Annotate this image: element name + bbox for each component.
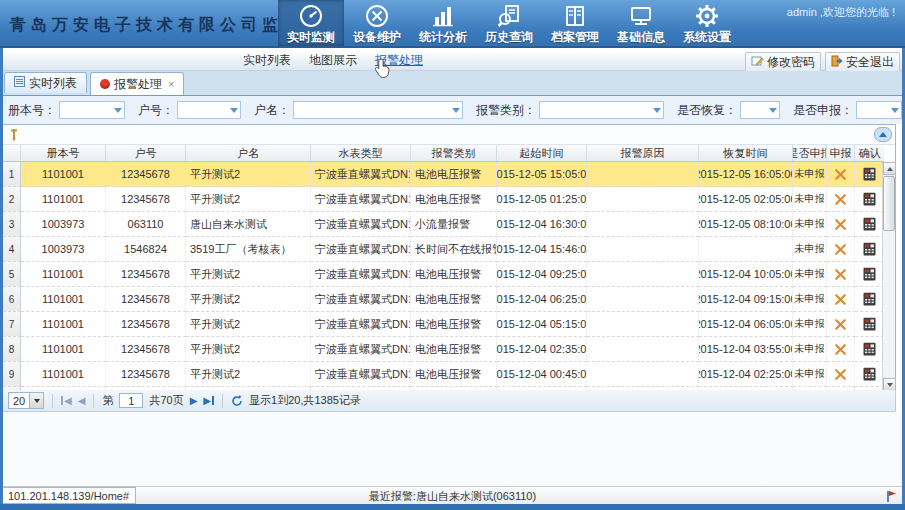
confirm-calculator-icon[interactable] xyxy=(863,167,876,181)
col-header-meter-type[interactable]: 水表类型 xyxy=(311,145,411,161)
account-select[interactable] xyxy=(177,101,241,119)
last-page-button[interactable]: ▶ xyxy=(203,395,214,406)
tab-alarm-handling[interactable]: 报警处理 × xyxy=(90,72,184,95)
declare-tools-icon[interactable] xyxy=(834,218,847,231)
table-row[interactable]: 7 1101001 12345678 平升测试2 宁波垂直螺翼式DN100 电池… xyxy=(3,312,884,337)
tab-realtime-list[interactable]: 实时列表 xyxy=(4,72,87,93)
declare-tools-icon[interactable] xyxy=(834,193,847,206)
cell-alarm-reason xyxy=(587,187,699,212)
col-header-alarm-category[interactable]: 报警类别 xyxy=(411,145,497,161)
confirm-calculator-icon[interactable] xyxy=(863,192,876,206)
table-row[interactable]: 3 1003973 063110 唐山自来水测试 宁波垂直螺翼式DN100 小流… xyxy=(3,212,884,237)
confirm-calculator-icon[interactable] xyxy=(863,367,876,381)
table-row[interactable]: 6 1101001 12345678 平升测试2 宁波垂直螺翼式DN100 电池… xyxy=(3,287,884,312)
refresh-icon[interactable] xyxy=(231,395,243,407)
menu-item-alarm-handling[interactable]: 报警处理 xyxy=(375,52,423,69)
confirm-calculator-icon[interactable] xyxy=(863,267,876,281)
confirm-calculator-icon[interactable] xyxy=(863,242,876,256)
confirm-calculator-icon[interactable] xyxy=(863,342,876,356)
first-page-button[interactable]: ◀ xyxy=(61,395,72,406)
table-row[interactable]: 2 1101001 12345678 平升测试2 宁波垂直螺翼式DN100 电池… xyxy=(3,187,884,212)
account-filter-label: 户号： xyxy=(138,102,174,119)
declare-tools-icon[interactable] xyxy=(834,268,847,281)
confirm-calculator-icon[interactable] xyxy=(863,217,876,231)
page-number-input[interactable] xyxy=(119,393,143,408)
nav-label: 实时监测 xyxy=(287,29,335,46)
cell-start-time: 2015-12-04 05:15:00 xyxy=(497,312,587,337)
nav-item-system-settings[interactable]: 系统设置 xyxy=(674,0,740,46)
name-select[interactable] xyxy=(293,101,463,119)
col-header-declare[interactable]: 申报 xyxy=(827,145,855,161)
chevron-up-icon xyxy=(879,132,887,137)
scrollbar-thumb[interactable] xyxy=(883,176,895,231)
table-row[interactable]: 4 1003973 1546824 3519工厂（考核表） 宁波垂直螺翼式DN1… xyxy=(3,237,884,262)
vertical-scrollbar[interactable] xyxy=(882,162,895,391)
menu-item-realtime-list[interactable]: 实时列表 xyxy=(243,52,291,69)
tools-icon xyxy=(364,3,390,29)
cell-meter-type: 宁波垂直螺翼式DN100 xyxy=(311,287,411,312)
nav-item-realtime-monitor[interactable]: 实时监测 xyxy=(278,0,344,46)
col-header-account[interactable]: 户号 xyxy=(106,145,186,161)
nav-item-archive-management[interactable]: 档案管理 xyxy=(542,0,608,46)
declare-tools-icon[interactable] xyxy=(834,318,847,331)
cell-recover-time: 2015-12-04 03:55:00 xyxy=(699,337,793,362)
nav-item-device-maintenance[interactable]: 设备维护 xyxy=(344,0,410,46)
scroll-up-button[interactable] xyxy=(883,162,896,175)
nav-item-statistics[interactable]: 统计分析 xyxy=(410,0,476,46)
col-header-start-time[interactable]: 起始时间 xyxy=(497,145,587,161)
cell-meter-type: 宁波垂直螺翼式DN100 xyxy=(311,262,411,287)
prev-page-button[interactable]: ◀ xyxy=(78,395,86,406)
nav-item-basic-info[interactable]: 基础信息 xyxy=(608,0,674,46)
exit-door-icon xyxy=(831,55,843,70)
cell-book-number: 1101001 xyxy=(21,312,106,337)
gear-icon xyxy=(694,3,720,29)
welcome-text: admin ,欢迎您的光临 ! xyxy=(787,5,895,20)
edit-pencil-icon xyxy=(751,55,764,70)
declare-tools-icon[interactable] xyxy=(834,293,847,306)
category-select[interactable] xyxy=(539,101,664,119)
col-header-book[interactable]: 册本号 xyxy=(21,145,106,161)
change-password-button[interactable]: 修改密码 xyxy=(745,52,821,73)
table-row[interactable]: 5 1101001 12345678 平升测试2 宁波垂直螺翼式DN100 电池… xyxy=(3,262,884,287)
next-page-button[interactable]: ▶ xyxy=(190,395,198,406)
cell-meter-type: 宁波垂直螺翼式DN100 xyxy=(311,212,411,237)
nav-item-history-query[interactable]: 历史查询 xyxy=(476,0,542,46)
row-number: 6 xyxy=(3,287,21,312)
col-header-alarm-reason[interactable]: 报警原因 xyxy=(587,145,699,161)
table-row[interactable]: 8 1101001 12345678 平升测试2 宁波垂直螺翼式DN100 电池… xyxy=(3,337,884,362)
table-header-row: 册本号 户号 户名 水表类型 报警类别 起始时间 报警原因 恢复时间 是否申报 … xyxy=(3,145,884,162)
declared-select[interactable] xyxy=(856,101,902,119)
safe-exit-button[interactable]: 安全退出 xyxy=(825,52,900,73)
cell-meter-type: 宁波垂直螺翼式DN100 xyxy=(311,312,411,337)
name-filter-label: 户名： xyxy=(254,102,290,119)
confirm-calculator-icon[interactable] xyxy=(863,317,876,331)
dropdown-button[interactable] xyxy=(29,393,43,408)
col-header-declared[interactable]: 是否申报 xyxy=(793,145,827,161)
menu-item-map-display[interactable]: 地图展示 xyxy=(309,52,357,69)
book-select[interactable] xyxy=(59,101,125,119)
declare-tools-icon[interactable] xyxy=(834,168,847,181)
cell-book-number: 1101001 xyxy=(21,287,106,312)
declare-tools-icon[interactable] xyxy=(834,243,847,256)
cell-alarm-category: 电池电压报警 xyxy=(411,362,497,387)
col-header-recover-time[interactable]: 恢复时间 xyxy=(699,145,793,161)
declare-tools-icon[interactable] xyxy=(834,368,847,381)
table-row[interactable]: 1 1101001 12345678 平升测试2 宁波垂直螺翼式DN100 电池… xyxy=(3,162,884,187)
cell-declared-status: 未申报 xyxy=(793,162,827,187)
table-row[interactable]: 9 1101001 12345678 平升测试2 宁波垂直螺翼式DN100 电池… xyxy=(3,362,884,387)
collapse-panel-button[interactable] xyxy=(874,127,892,142)
page-size-select[interactable]: 20 xyxy=(8,392,44,409)
row-number: 3 xyxy=(3,212,21,237)
tab-close-icon[interactable]: × xyxy=(168,78,174,90)
bar-chart-icon xyxy=(430,3,456,29)
cell-account-number: 12345678 xyxy=(106,187,186,212)
cell-account-number: 12345678 xyxy=(106,362,186,387)
declare-tools-icon[interactable] xyxy=(834,343,847,356)
col-header-name[interactable]: 户名 xyxy=(186,145,311,161)
cell-account-name: 平升测试2 xyxy=(186,162,311,187)
confirm-calculator-icon[interactable] xyxy=(863,292,876,306)
recovered-select[interactable] xyxy=(740,101,780,119)
col-header-confirm[interactable]: 确认 xyxy=(855,145,884,161)
alarm-dot-icon xyxy=(100,79,110,89)
pin-icon[interactable] xyxy=(8,128,20,146)
